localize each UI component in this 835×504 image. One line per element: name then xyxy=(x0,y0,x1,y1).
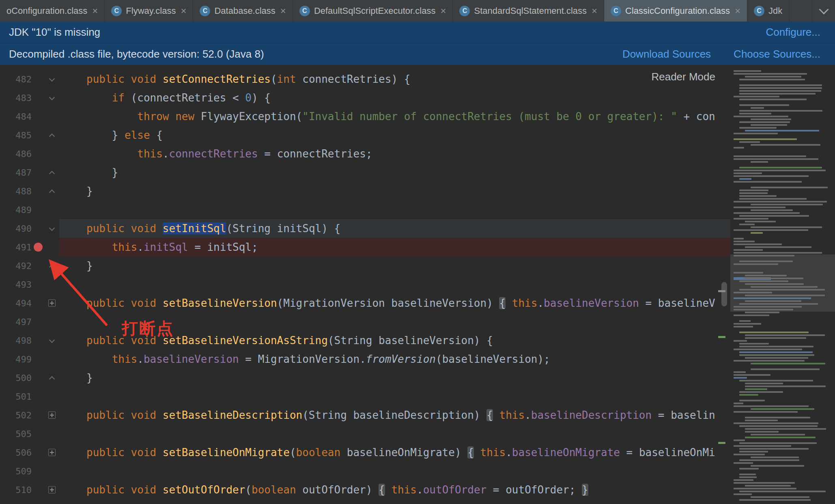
code-line[interactable]: public void setBaselineOnMigrate(boolean… xyxy=(59,443,730,462)
tab-close-icon[interactable]: × xyxy=(92,6,98,16)
minimap-bar xyxy=(739,261,793,262)
code-line[interactable] xyxy=(59,387,730,406)
minimap-bar xyxy=(745,221,776,222)
line-number[interactable]: 502 xyxy=(8,410,32,420)
line-number[interactable]: 484 xyxy=(8,112,32,122)
gutter: 493 xyxy=(0,275,59,294)
editor-tab-defaultsqlscriptexecutor-class[interactable]: CDefaultSqlScriptExecutor.class× xyxy=(293,0,453,22)
code-line[interactable]: if (connectRetries < 0) { xyxy=(59,88,730,107)
fold-up-icon[interactable] xyxy=(49,375,55,381)
fold-up-icon[interactable] xyxy=(49,263,55,269)
fold-plus-icon[interactable] xyxy=(48,299,56,307)
line-number[interactable]: 498 xyxy=(8,336,32,346)
code-line[interactable]: this.baselineVersion = MigrationVersion.… xyxy=(59,350,730,368)
line-number[interactable]: 486 xyxy=(8,149,32,159)
editor-tab-oconfiguration-class[interactable]: oConfiguration.class× xyxy=(0,0,105,22)
editor-tab-jdk[interactable]: CJdk xyxy=(747,0,789,22)
code-line[interactable]: public void setBaselineVersion(Migration… xyxy=(59,294,730,312)
editor-tab-flyway-class[interactable]: CFlyway.class× xyxy=(105,0,193,22)
code-line[interactable]: public void setConnectRetries(int connec… xyxy=(59,70,730,88)
minimap[interactable] xyxy=(730,65,835,504)
line-number[interactable]: 494 xyxy=(8,298,32,308)
fold-slot xyxy=(45,299,59,307)
line-number[interactable]: 488 xyxy=(8,186,32,196)
annotation-text: 打断点 xyxy=(122,317,174,340)
code-line[interactable]: this.initSql = initSql; xyxy=(59,238,730,256)
code-line[interactable] xyxy=(59,275,730,294)
tab-close-icon[interactable]: × xyxy=(280,6,286,16)
minimap-bar xyxy=(739,354,814,356)
scrollbar-thumb[interactable] xyxy=(721,282,727,306)
code-line[interactable]: } xyxy=(59,182,730,200)
line-number[interactable]: 500 xyxy=(8,373,32,383)
editor-area: 482public void setConnectRetries(int con… xyxy=(0,65,835,504)
editor-tab-bar: oConfiguration.class×CFlyway.class×CData… xyxy=(0,0,835,22)
fold-down-icon[interactable] xyxy=(49,338,55,343)
line-number[interactable]: 501 xyxy=(8,392,32,402)
minimap-bar xyxy=(751,408,814,410)
line-number[interactable]: 490 xyxy=(8,224,32,234)
code-row: 505 xyxy=(0,424,730,443)
line-number[interactable]: 506 xyxy=(8,448,32,458)
tab-close-icon[interactable]: × xyxy=(592,6,597,16)
line-number[interactable]: 497 xyxy=(8,317,32,327)
line-number[interactable]: 489 xyxy=(8,205,32,215)
tab-list-dropdown-button[interactable] xyxy=(812,0,835,22)
fold-up-icon[interactable] xyxy=(49,188,55,194)
code-line[interactable] xyxy=(59,462,730,480)
minimap-bar xyxy=(739,99,807,100)
minimap-bar xyxy=(751,124,787,126)
code-line[interactable]: } xyxy=(59,256,730,275)
code-line[interactable]: } else { xyxy=(59,126,730,144)
fold-down-icon[interactable] xyxy=(49,76,55,82)
line-number[interactable]: 482 xyxy=(8,74,32,84)
line-number[interactable]: 493 xyxy=(8,280,32,290)
code-line[interactable]: throw new FlywayException("Invalid numbe… xyxy=(59,107,730,126)
line-number[interactable]: 491 xyxy=(8,242,32,252)
reader-mode-toggle[interactable]: Reader Mode xyxy=(651,71,715,83)
editor-tab-database-class[interactable]: CDatabase.class× xyxy=(193,0,293,22)
code-line[interactable]: this.connectRetries = connectRetries; xyxy=(59,144,730,163)
editor-tab-classicconfiguration-class[interactable]: CClassicConfiguration.class× xyxy=(604,0,747,22)
code-line[interactable]: public void setBaselineDescription(Strin… xyxy=(59,406,730,424)
code-line[interactable] xyxy=(59,424,730,443)
breakpoint-slot[interactable] xyxy=(32,243,45,252)
gutter: 490 xyxy=(0,219,59,238)
code-row: 510public void setOutOfOrder(boolean out… xyxy=(0,480,730,499)
code-pane[interactable]: 482public void setConnectRetries(int con… xyxy=(0,65,730,504)
minimap-bar xyxy=(734,403,743,404)
line-number[interactable]: 509 xyxy=(8,466,32,476)
gutter: 491 xyxy=(0,238,59,256)
line-number[interactable]: 483 xyxy=(8,93,32,103)
minimap-bar xyxy=(745,295,825,296)
choose-sources-link[interactable]: Choose Sources... xyxy=(734,48,820,60)
line-number[interactable]: 510 xyxy=(8,485,32,495)
editor-tab-standardsqlstatement-class[interactable]: CStandardSqlStatement.class× xyxy=(453,0,604,22)
tab-close-icon[interactable]: × xyxy=(440,6,446,16)
fold-plus-icon[interactable] xyxy=(48,486,56,493)
configure-link[interactable]: Configure... xyxy=(766,26,820,39)
line-number[interactable]: 492 xyxy=(8,261,32,271)
code-line[interactable]: } xyxy=(59,163,730,182)
minimap-bar xyxy=(734,212,800,214)
code-line[interactable]: public void setInitSql(String initSql) { xyxy=(59,219,730,238)
fold-up-icon[interactable] xyxy=(49,170,55,175)
fold-plus-icon[interactable] xyxy=(48,449,56,456)
fold-up-icon[interactable] xyxy=(49,132,55,138)
fold-down-icon[interactable] xyxy=(49,95,55,101)
tab-close-icon[interactable]: × xyxy=(735,6,740,16)
code-line[interactable]: } xyxy=(59,368,730,387)
fold-down-icon[interactable] xyxy=(49,226,55,231)
line-number[interactable]: 505 xyxy=(8,429,32,439)
gutter: 501 xyxy=(0,387,59,406)
line-number[interactable]: 499 xyxy=(8,354,32,364)
tab-close-icon[interactable]: × xyxy=(181,6,186,16)
code-line[interactable] xyxy=(59,200,730,219)
breakpoint-icon[interactable] xyxy=(34,243,43,252)
minimap-bar xyxy=(734,297,811,299)
line-number[interactable]: 487 xyxy=(8,168,32,178)
code-line[interactable]: public void setOutOfOrder(boolean outOfO… xyxy=(59,480,730,499)
download-sources-link[interactable]: Download Sources xyxy=(622,48,711,60)
line-number[interactable]: 485 xyxy=(8,130,32,140)
fold-plus-icon[interactable] xyxy=(48,411,56,419)
